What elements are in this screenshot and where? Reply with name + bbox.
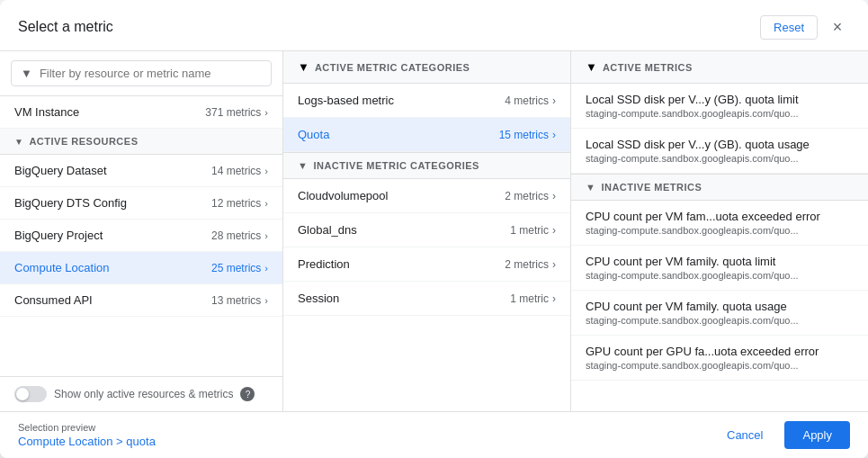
active-only-toggle[interactable]	[14, 386, 47, 402]
metric-name: Local SSD disk per V...y (GB). quota lim…	[586, 93, 854, 106]
chevron-icon: ›	[264, 230, 268, 241]
chevron-icon: ›	[552, 190, 556, 202]
resource-item-bigquery-dataset[interactable]: BigQuery Dataset 14 metrics ›	[0, 155, 282, 187]
toggle-row: Show only active resources & metrics ?	[0, 376, 282, 411]
modal-title: Select a metric	[18, 19, 113, 35]
category-name: Global_dns	[298, 223, 357, 237]
selection-value: Compute Location > quota	[18, 435, 156, 448]
metric-sub: staging-compute.sandbox.googleapis.com/q…	[586, 108, 854, 119]
resource-item-bigquery-project[interactable]: BigQuery Project 28 metrics ›	[0, 220, 282, 252]
category-item-quota[interactable]: Quota 15 metrics ›	[283, 118, 570, 152]
metrics-list: Local SSD disk per V...y (GB). quota lim…	[571, 84, 868, 411]
resource-item-compute-location[interactable]: Compute Location 25 metrics ›	[0, 252, 282, 284]
resource-name: Consumed API	[14, 293, 93, 307]
close-button[interactable]: ×	[825, 14, 850, 40]
metric-item-cpu-exceeded[interactable]: CPU count per VM fam...uota exceeded err…	[571, 201, 868, 246]
metric-item-local-ssd-usage[interactable]: Local SSD disk per V...y (GB). quota usa…	[571, 129, 868, 174]
metric-sub: staging-compute.sandbox.googleapis.com/q…	[586, 360, 854, 371]
help-icon[interactable]: ?	[240, 387, 255, 401]
metric-sub: staging-compute.sandbox.googleapis.com/q…	[586, 315, 854, 326]
collapse-arrow: ▼	[298, 160, 308, 171]
resource-name: BigQuery DTS Config	[14, 196, 127, 210]
category-metrics: 1 metric ›	[510, 224, 556, 237]
chevron-icon: ›	[264, 263, 268, 274]
metric-item-local-ssd-limit[interactable]: Local SSD disk per V...y (GB). quota lim…	[571, 84, 868, 129]
category-metrics: 2 metrics ›	[505, 190, 556, 202]
resource-metrics: 14 metrics ›	[211, 165, 268, 177]
search-input[interactable]	[40, 67, 262, 80]
resource-metrics: 12 metrics ›	[211, 197, 268, 210]
resource-name: BigQuery Dataset	[14, 164, 107, 177]
resource-item-consumed-api[interactable]: Consumed API 13 metrics ›	[0, 284, 282, 317]
chevron-icon: ›	[552, 292, 556, 305]
category-name: Cloudvolumepool	[298, 189, 388, 202]
resource-item-vm-instance[interactable]: VM Instance 371 metrics ›	[0, 96, 282, 129]
collapse-arrow: ▼	[298, 60, 309, 74]
search-wrapper[interactable]: ▼	[11, 60, 272, 86]
metric-sub: staging-compute.sandbox.googleapis.com/q…	[586, 270, 854, 281]
footer-actions: Cancel Apply	[712, 421, 850, 449]
resource-metrics: 13 metrics ›	[211, 294, 268, 307]
category-metrics: 15 metrics ›	[499, 129, 556, 141]
search-box: ▼	[0, 51, 282, 96]
categories-list: Logs-based metric 4 metrics › Quota 15 m…	[283, 84, 570, 411]
metric-name: CPU count per VM family. quota limit	[586, 255, 854, 268]
metric-sub: staging-compute.sandbox.googleapis.com/q…	[586, 225, 854, 236]
chevron-icon: ›	[264, 198, 268, 209]
select-metric-modal: Select a metric Reset × ▼ VM Instance 37…	[0, 0, 868, 458]
resource-name: Compute Location	[14, 261, 110, 274]
category-item-global-dns[interactable]: Global_dns 1 metric ›	[283, 213, 570, 247]
chevron-icon: ›	[552, 258, 556, 271]
chevron-icon: ›	[264, 107, 268, 118]
resource-metrics: 25 metrics ›	[211, 262, 268, 274]
active-categories-label: ACTIVE METRIC CATEGORIES	[315, 62, 470, 73]
selection-label: Selection preview	[18, 422, 156, 433]
inactive-categories-header: ▼ INACTIVE METRIC CATEGORIES	[283, 152, 570, 179]
toggle-knob	[16, 388, 29, 400]
cancel-button[interactable]: Cancel	[712, 421, 777, 449]
metric-item-cpu-usage[interactable]: CPU count per VM family. quota usage sta…	[571, 291, 868, 336]
resource-name: BigQuery Project	[14, 229, 103, 242]
selection-preview: Selection preview Compute Location > quo…	[18, 422, 156, 448]
category-name: Quota	[298, 128, 329, 141]
metric-item-gpu-exceeded[interactable]: GPU count per GPU fa...uota exceeded err…	[571, 336, 868, 381]
collapse-arrow: ▼	[586, 182, 595, 193]
category-name: Session	[298, 292, 339, 305]
modal-body: ▼ VM Instance 371 metrics › ▼ ACTIVE RES…	[0, 51, 868, 411]
apply-button[interactable]: Apply	[784, 421, 850, 449]
category-item-session[interactable]: Session 1 metric ›	[283, 282, 570, 316]
chevron-icon: ›	[264, 295, 268, 306]
metric-name: CPU count per VM family. quota usage	[586, 300, 854, 313]
category-metrics: 4 metrics ›	[505, 94, 556, 107]
category-name: Logs-based metric	[298, 94, 394, 107]
modal-footer: Selection preview Compute Location > quo…	[0, 411, 868, 458]
toggle-label: Show only active resources & metrics	[54, 388, 233, 400]
collapse-arrow: ▼	[586, 60, 597, 74]
active-metrics-label: ACTIVE METRICS	[603, 62, 693, 73]
categories-column: ▼ ACTIVE METRIC CATEGORIES Logs-based me…	[283, 51, 571, 411]
header-actions: Reset ×	[760, 14, 850, 40]
reset-button[interactable]: Reset	[760, 15, 818, 40]
inactive-metrics-header: ▼ INACTIVE METRICS	[571, 174, 868, 201]
resource-name: VM Instance	[14, 105, 79, 119]
resource-metrics: 371 metrics ›	[205, 106, 268, 119]
metric-name: GPU count per GPU fa...uota exceeded err…	[586, 345, 854, 358]
category-item-cloudvolumepool[interactable]: Cloudvolumepool 2 metrics ›	[283, 179, 570, 213]
category-item-prediction[interactable]: Prediction 2 metrics ›	[283, 247, 570, 282]
filter-icon: ▼	[21, 67, 32, 80]
active-categories-header: ▼ ACTIVE METRIC CATEGORIES	[283, 51, 570, 84]
resource-item-bigquery-dts[interactable]: BigQuery DTS Config 12 metrics ›	[0, 187, 282, 220]
collapse-arrow: ▼	[14, 137, 23, 147]
chevron-icon: ›	[552, 129, 556, 141]
resources-list: VM Instance 371 metrics › ▼ ACTIVE RESOU…	[0, 96, 282, 376]
chevron-icon: ›	[264, 166, 268, 176]
category-item-logs-based[interactable]: Logs-based metric 4 metrics ›	[283, 84, 570, 118]
active-metrics-header: ▼ ACTIVE METRICS	[571, 51, 868, 84]
modal-header: Select a metric Reset ×	[0, 0, 868, 51]
resource-metrics: 28 metrics ›	[211, 229, 268, 242]
metric-item-cpu-limit[interactable]: CPU count per VM family. quota limit sta…	[571, 246, 868, 291]
resources-column: ▼ VM Instance 371 metrics › ▼ ACTIVE RES…	[0, 51, 283, 411]
category-metrics: 1 metric ›	[510, 292, 556, 305]
chevron-icon: ›	[552, 94, 556, 107]
category-name: Prediction	[298, 257, 350, 271]
